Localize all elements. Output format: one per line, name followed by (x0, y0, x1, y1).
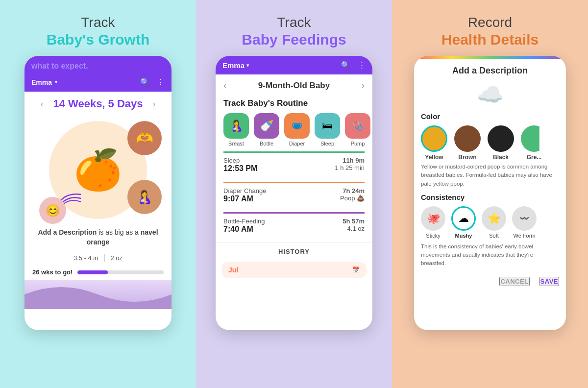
p2-prev-arrow[interactable]: ‹ (223, 80, 226, 91)
mushy-label: Mushy (455, 233, 472, 239)
phone-mockup-3: Add a Description ☁️ Color Yellow Brown (414, 56, 566, 330)
panel3-title-normal: Record (468, 15, 512, 30)
cancel-button[interactable]: CANCEL (499, 277, 529, 286)
yellow-circle (421, 125, 447, 152)
cloud-icon: ☁️ (477, 82, 504, 106)
consistency-sticky[interactable]: 🐙 Sticky (421, 206, 445, 239)
sleep-duration: 1 h 25 min (335, 164, 365, 173)
modal-title: Add a Description (421, 66, 559, 76)
color-option-brown[interactable]: Brown (454, 125, 481, 161)
consistency-options: 🐙 Sticky ☁ Mushy ⭐ Soft 〰️ We Form (421, 206, 559, 239)
header-icons: 🔍 ⋮ (140, 77, 165, 87)
p2-next-arrow[interactable]: › (362, 80, 365, 91)
consistency-soft[interactable]: ⭐ Soft (482, 206, 506, 239)
color-option-yellow[interactable]: Yellow (421, 125, 447, 161)
wave-decoration (24, 280, 172, 309)
breast-icon-circle: 🤱 (223, 113, 249, 139)
baby-name-inline: Add a Description (38, 228, 97, 236)
p2-header-icons: 🔍 ⋮ (341, 61, 366, 70)
diaper-entry[interactable]: Diaper Change 7h 24m 9:07 AM Poop 💩 (223, 182, 365, 207)
pump-icon-circle: 🩺 (345, 113, 370, 139)
yellow-label: Yellow (425, 154, 443, 161)
bottle-total: 5h 57m (343, 218, 365, 225)
brown-circle (454, 125, 481, 152)
p2-navigation: ‹ 9-Month-Old Baby › (216, 74, 372, 97)
modal-footer: CANCEL SAVE (421, 273, 559, 286)
routine-icons-row: 🤱 Breast 🍼 Bottle 🩲 Diaper 🛏 Sleep 🩺 Pum… (216, 113, 372, 151)
next-week-arrow[interactable]: › (153, 99, 156, 109)
color-section-label: Color (421, 112, 559, 121)
consistency-description: This is the consistency of babies' early… (421, 242, 559, 268)
history-link[interactable]: HISTORY (216, 242, 372, 260)
routine-icon-pump[interactable]: 🩺 Pump (345, 113, 370, 146)
measurements-row: 3.5 - 4 in 2 oz (24, 251, 172, 265)
color-option-black[interactable]: Black (488, 125, 514, 161)
user-name-display: Emma (31, 78, 52, 86)
weeks-label: 26 wks to go! (32, 268, 73, 276)
green-label: Gre... (527, 154, 542, 161)
sleep-entry-detail: 12:53 PM 1 h 25 min (223, 164, 365, 173)
baby-description: Add a Description is as big as a navel o… (24, 224, 172, 251)
calendar-strip[interactable]: Jul 📅 (221, 262, 367, 278)
well-formed-circle: 〰️ (512, 206, 537, 231)
app-header: what to expect. (24, 56, 172, 74)
panel2-title-normal: Track (277, 15, 311, 30)
diaper-entry-header: Diaper Change 7h 24m (223, 187, 365, 194)
sticky-circle: 🐙 (421, 206, 445, 231)
modal-content: Add a Description ☁️ Color Yellow Brown (414, 59, 566, 330)
orange-emoji: 🍊 (74, 147, 122, 193)
illustration-area: 🍊 🫶 🤱 😊 (24, 116, 172, 224)
breast-label: Breast (228, 141, 244, 146)
calendar-icon: 📅 (352, 267, 360, 273)
routine-icon-diaper[interactable]: 🩲 Diaper (284, 113, 310, 146)
week-display: ‹ 14 Weeks, 5 Days › (24, 92, 172, 116)
color-option-green[interactable]: Gre... (521, 125, 547, 161)
phone-mockup-1: what to expect. Emma ▾ 🔍 ⋮ ‹ 14 Weeks, 5… (24, 56, 172, 330)
sleep-total: 11h 9m (343, 157, 365, 164)
diaper-label: Diaper (289, 141, 305, 146)
menu-icon[interactable]: ⋮ (157, 77, 165, 87)
search-icon[interactable]: 🔍 (140, 77, 150, 87)
prev-week-arrow[interactable]: ‹ (40, 99, 43, 109)
routine-icon-sleep[interactable]: 🛏 Sleep (315, 113, 340, 146)
sleep-icon-circle: 🛏 (315, 113, 340, 139)
dropdown-caret[interactable]: ▾ (55, 79, 57, 85)
bottle-icon-circle: 🍼 (254, 113, 279, 139)
hand-circle: 🤱 (127, 180, 162, 214)
p2-nav-title: 9-Month-Old Baby (258, 81, 330, 91)
color-description: Yellow or mustard-colored poop is common… (421, 163, 559, 188)
baby-face-icon: 😊 (46, 204, 60, 218)
diaper-total: 7h 24m (343, 187, 365, 194)
soft-circle: ⭐ (482, 206, 506, 231)
p2-dropdown-caret[interactable]: ▾ (246, 62, 249, 69)
bottle-entry[interactable]: Bottle-Feeding 5h 57m 7:40 AM 4.1 oz (223, 212, 365, 238)
black-label: Black (493, 154, 509, 161)
consistency-mushy[interactable]: ☁ Mushy (451, 206, 476, 239)
panel3-title-bold: Health Details (441, 31, 539, 48)
pump-label: Pump (351, 141, 365, 146)
p2-user-name: Emma (222, 61, 245, 70)
bottle-time: 7:40 AM (223, 225, 253, 234)
sleep-entry-name: Sleep (223, 157, 240, 164)
diaper-entry-detail: 9:07 AM Poop 💩 (223, 194, 365, 203)
panel1-title-normal: Track (81, 15, 115, 30)
save-button[interactable]: SAVE (539, 277, 559, 286)
sleep-entry[interactable]: Sleep 11h 9m 12:53 PM 1 h 25 min (223, 151, 365, 177)
desc-middle: is as big as a (98, 228, 141, 236)
p2-search-icon[interactable]: 🔍 (341, 61, 350, 70)
sleep-entry-header: Sleep 11h 9m (223, 157, 365, 164)
divider (104, 254, 105, 262)
p2-menu-icon[interactable]: ⋮ (358, 61, 366, 70)
routine-icon-breast[interactable]: 🤱 Breast (223, 113, 249, 146)
weight-measurement: 2 oz (111, 254, 123, 262)
consistency-well-formed[interactable]: 〰️ We Form (512, 206, 537, 239)
sleep-label: Sleep (320, 141, 334, 146)
week-text: 14 Weeks, 5 Days (53, 97, 143, 110)
panel-baby-growth: Track Baby's Growth what to expect. Emma… (0, 0, 196, 388)
routine-icon-bottle[interactable]: 🍼 Bottle (254, 113, 279, 146)
bottle-label: Bottle (260, 141, 273, 146)
panel2-title-bold: Baby Feedings (242, 31, 346, 48)
bottom-decoration (24, 280, 172, 309)
calendar-month: Jul (228, 266, 238, 274)
cloud-illustration: ☁️ (421, 82, 559, 107)
